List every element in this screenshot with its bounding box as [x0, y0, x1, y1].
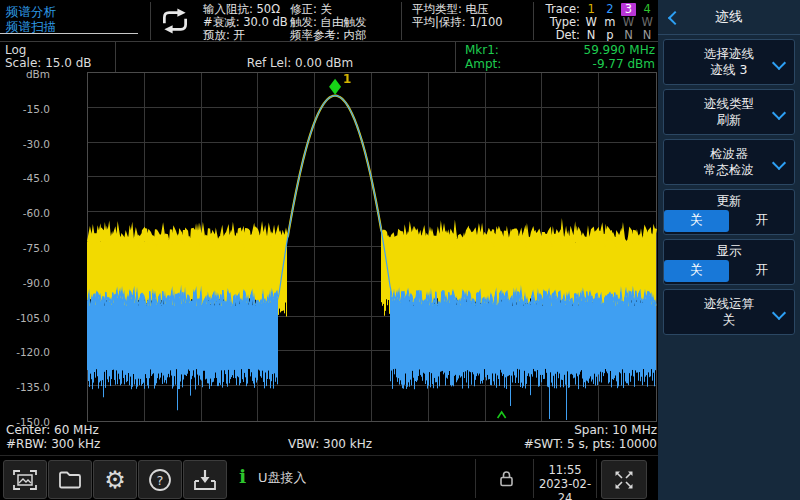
menu-label: 迹线类型 — [704, 96, 754, 112]
update-off-option[interactable]: 关 — [664, 210, 729, 232]
y-axis-label: -60.0 — [23, 208, 50, 219]
trace-status-table: Trace: 1 2 3 4 Type: W m W W Det: N p N … — [540, 3, 655, 42]
save-button[interactable] — [183, 460, 227, 499]
settings-button[interactable]: ⚙ — [93, 460, 137, 499]
gear-icon: ⚙ — [104, 468, 126, 492]
back-chevron-icon[interactable] — [668, 11, 682, 25]
continuous-sweep-icon[interactable] — [158, 8, 192, 38]
screenshot-icon — [12, 468, 38, 492]
separator — [401, 2, 402, 40]
separator — [596, 459, 597, 498]
menu-item-detector[interactable]: 检波器 常态检波 — [663, 139, 795, 185]
help-icon: ? — [147, 467, 173, 493]
save-icon — [192, 468, 218, 492]
marker-amplitude: -9.77 dBm — [465, 58, 655, 71]
menu-item-select-trace[interactable]: 选择迹线 迹线 3 — [663, 39, 795, 85]
y-axis-label: -120.0 — [16, 347, 50, 358]
average-hold-count: 平均|保持: 1/100 — [412, 16, 503, 29]
y-axis-label: -75.0 — [23, 243, 50, 254]
menu-label: 显示 — [717, 243, 742, 259]
menu-value: 刷新 — [717, 112, 742, 128]
clock: 11:55 2023-02-24 — [536, 463, 594, 500]
display-on-option[interactable]: 开 — [729, 260, 794, 282]
file-manager-button[interactable] — [48, 460, 92, 499]
time-text: 11:55 — [536, 463, 594, 477]
chevron-down-icon — [772, 156, 786, 170]
y-axis-label: -45.0 — [23, 173, 50, 184]
marker-frequency: 59.990 MHz — [465, 44, 655, 57]
update-on-option[interactable]: 开 — [729, 210, 794, 232]
y-axis-label: -30.0 — [23, 139, 50, 150]
menu-value: 常态检波 — [704, 162, 754, 178]
menu-value: 迹线 3 — [711, 62, 748, 78]
help-button[interactable]: ? — [138, 460, 182, 499]
span-label: Span: 10 MHz — [457, 423, 657, 437]
menu-label: 更新 — [717, 193, 742, 209]
separator — [455, 42, 456, 72]
chevron-down-icon — [772, 106, 786, 120]
trace-menu-sidebar: 迹线 选择迹线 迹线 3 迹线类型 刷新 检波器 常态检波 更新 关 开 显示 — [658, 0, 800, 500]
readout-row: Log Scale: 15.0 dB Ref Lel: 0.00 dBm Mkr… — [0, 42, 658, 72]
menu-label: 迹线运算 — [704, 296, 754, 312]
y-axis-label: -135.0 — [16, 382, 50, 393]
usb-status-text: U盘接入 — [258, 469, 307, 487]
folder-icon — [57, 468, 83, 492]
y-axis-label: dBm — [26, 69, 50, 80]
menu-item-trace-math[interactable]: 迹线运算 关 — [663, 289, 795, 335]
settings-column-1: 输入阻抗: 50Ω #衰减: 30.0 dB 预放: 开 — [203, 3, 288, 42]
svg-text:?: ? — [157, 473, 164, 488]
screenshot-button[interactable] — [3, 460, 47, 499]
y-axis-label: -105.0 — [16, 313, 50, 324]
expand-arrows-icon — [612, 468, 636, 492]
taskbar: ⚙ ? i U盘接入 11:55 — [0, 455, 658, 500]
display-off-option[interactable]: 关 — [664, 260, 729, 282]
separator — [533, 459, 534, 498]
spectrum-analyzer-screen: 频谱分析 频谱扫描 输入阻抗: 50Ω #衰减: 30.0 dB 预放: 开 修… — [0, 0, 800, 500]
date-text: 2023-02-24 — [536, 477, 594, 500]
info-icon: i — [239, 465, 246, 487]
center-frequency-label: Center: 60 MHz — [6, 423, 99, 437]
settings-column-2: 修正: 关 触发: 自由触发 频率参考: 内部 — [290, 3, 367, 42]
top-bar: 频谱分析 频谱扫描 输入阻抗: 50Ω #衰减: 30.0 dB 预放: 开 修… — [0, 0, 658, 42]
separator — [475, 459, 476, 498]
y-axis-label: -90.0 — [23, 278, 50, 289]
separator — [150, 2, 151, 40]
y-axis-label: -15.0 — [23, 104, 50, 115]
settings-column-3: 平均类型: 电压 平均|保持: 1/100 — [412, 3, 503, 29]
fullscreen-button[interactable] — [601, 460, 647, 499]
chevron-down-icon — [772, 56, 786, 70]
swt-pts-label: #SWT: 5 s, pts: 10000 — [457, 437, 657, 451]
menu-item-trace-type[interactable]: 迹线类型 刷新 — [663, 89, 795, 135]
lock-icon — [499, 470, 514, 491]
spectrum-plot — [87, 72, 657, 422]
menu-label: 选择迹线 — [704, 46, 754, 62]
menu-item-update-toggle: 更新 关 开 — [663, 189, 795, 235]
rbw-label: #RBW: 300 kHz — [6, 437, 100, 451]
ref-level-label: Ref Lel: 0.00 dBm — [160, 57, 440, 70]
vbw-label: VBW: 300 kHz — [230, 437, 430, 451]
sidebar-header[interactable]: 迹线 — [658, 0, 800, 35]
menu-item-display-toggle: 显示 关 开 — [663, 239, 795, 285]
chevron-down-icon — [772, 306, 786, 320]
menu-label: 检波器 — [710, 146, 748, 162]
y-axis-labels: dBm-15.0-30.0-45.0-60.0-75.0-90.0-105.0-… — [0, 0, 50, 440]
sidebar-title: 迹线 — [716, 8, 743, 26]
separator — [115, 42, 116, 72]
separator — [533, 2, 534, 40]
menu-value: 关 — [723, 312, 736, 328]
